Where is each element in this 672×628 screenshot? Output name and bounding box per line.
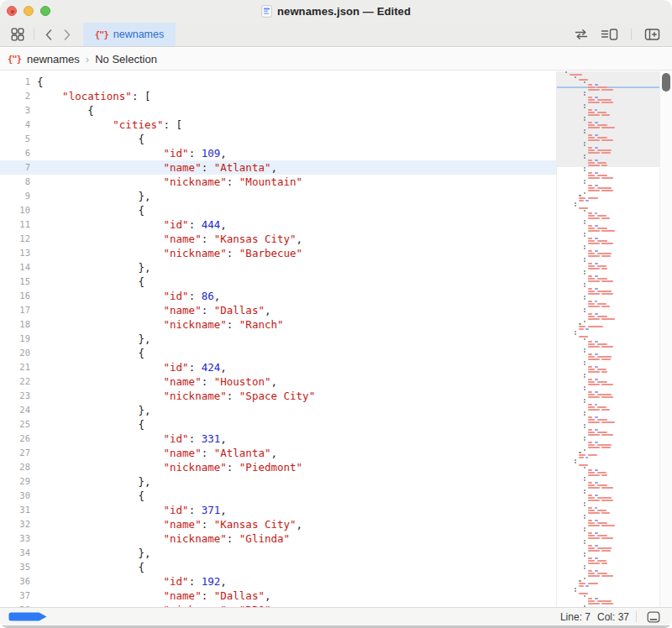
code-line[interactable]: 6 "id": 109,	[0, 146, 556, 160]
code-line[interactable]: 23 "nickname": "Space City"	[0, 389, 556, 403]
line-number[interactable]: 32	[0, 517, 30, 531]
minimap[interactable]	[556, 71, 659, 607]
line-number[interactable]: 1	[0, 75, 30, 89]
line-number[interactable]: 35	[0, 560, 30, 574]
line-number[interactable]: 6	[0, 146, 30, 160]
code-line[interactable]: 28 "nickname": "Piedmont"	[0, 460, 556, 474]
line-number[interactable]: 33	[0, 531, 30, 546]
line-number[interactable]: 7	[0, 160, 30, 175]
window-titlebar[interactable]: newnames.json — Edited	[0, 0, 672, 23]
minimap-mark	[588, 316, 595, 317]
code-line[interactable]: 10 {	[0, 203, 556, 217]
code-line[interactable]: 32 "name": "Kansas City",	[0, 517, 556, 531]
code-line[interactable]: 7 "name": "Atlanta",	[0, 160, 556, 175]
line-number[interactable]: 17	[0, 303, 30, 317]
line-number[interactable]: 13	[0, 246, 30, 260]
adjust-editor-options-icon[interactable]	[597, 26, 622, 43]
breakpoint-icon[interactable]	[8, 612, 48, 621]
line-number[interactable]: 24	[0, 403, 30, 417]
forward-icon[interactable]	[59, 27, 76, 43]
code-line[interactable]: 5 {	[0, 132, 556, 146]
line-number[interactable]: 20	[0, 346, 30, 360]
tab-newnames[interactable]: {"} newnames	[83, 23, 176, 46]
line-number[interactable]: 19	[0, 332, 30, 346]
line-number[interactable]: 23	[0, 389, 30, 403]
minimap-mark	[597, 484, 607, 486]
line-number[interactable]: 22	[0, 374, 30, 389]
code-line[interactable]: 14 },	[0, 260, 556, 275]
code-line[interactable]: 37 "name": "Dallas",	[0, 589, 556, 603]
line-number[interactable]: 9	[0, 189, 30, 203]
line-number[interactable]: 34	[0, 546, 30, 560]
code-text: "id": 109,	[30, 146, 227, 160]
line-number[interactable]: 25	[0, 417, 30, 432]
code-line[interactable]: 18 "nickname": "Ranch"	[0, 317, 556, 332]
line-number[interactable]: 29	[0, 474, 30, 489]
line-number[interactable]: 28	[0, 460, 30, 474]
line-number[interactable]: 21	[0, 360, 30, 374]
line-number[interactable]: 8	[0, 175, 30, 189]
code-line[interactable]: 1{	[0, 75, 556, 89]
code-line[interactable]: 24 },	[0, 403, 556, 417]
line-number[interactable]: 12	[0, 232, 30, 246]
code-line[interactable]: 25 {	[0, 417, 556, 432]
line-number[interactable]: 36	[0, 574, 30, 589]
line-number[interactable]: 14	[0, 260, 30, 275]
scrollbar-thumb[interactable]	[662, 73, 670, 92]
minimap-mark	[579, 197, 585, 199]
code-line[interactable]: 3 {	[0, 103, 556, 118]
line-number[interactable]: 5	[0, 132, 30, 146]
back-icon[interactable]	[40, 27, 57, 43]
line-number[interactable]: 11	[0, 217, 30, 232]
code-line[interactable]: 19 },	[0, 332, 556, 346]
code-line[interactable]: 9 },	[0, 189, 556, 203]
code-line[interactable]: 15 {	[0, 275, 556, 289]
line-number[interactable]: 16	[0, 289, 30, 303]
line-number[interactable]: 37	[0, 589, 30, 603]
line-number[interactable]: 30	[0, 489, 30, 503]
line-col-indicator[interactable]: Line: 7 Col: 37	[560, 611, 629, 623]
line-number[interactable]: 3	[0, 103, 30, 118]
breadcrumb-selection[interactable]: No Selection	[95, 53, 157, 65]
line-number[interactable]: 4	[0, 118, 30, 132]
document-icon[interactable]	[261, 5, 272, 18]
code-review-icon[interactable]	[570, 27, 592, 42]
code-line[interactable]: 34 },	[0, 546, 556, 560]
code-line[interactable]: 22 "name": "Houston",	[0, 374, 556, 389]
line-number[interactable]: 27	[0, 446, 30, 460]
code-line[interactable]: 13 "nickname": "Barbecue"	[0, 246, 556, 260]
minimap-mark	[575, 202, 576, 204]
line-number[interactable]: 10	[0, 203, 30, 217]
minimap-mark	[588, 497, 595, 499]
code-line[interactable]: 11 "id": 444,	[0, 217, 556, 232]
add-editor-icon[interactable]	[641, 26, 664, 43]
hide-bottom-bar-icon[interactable]	[643, 610, 664, 625]
code-line[interactable]: 31 "id": 371,	[0, 503, 556, 517]
code-line[interactable]: 35 {	[0, 560, 556, 574]
code-line[interactable]: 29 },	[0, 474, 556, 489]
line-number[interactable]: 31	[0, 503, 30, 517]
vertical-scrollbar[interactable]	[659, 71, 672, 607]
code-line[interactable]: 33 "nickname": "Glinda"	[0, 531, 556, 546]
editor-grid-icon[interactable]	[8, 26, 28, 43]
code-line[interactable]: 8 "nickname": "Mountain"	[0, 175, 556, 189]
code-line[interactable]: 4 "cities": [	[0, 118, 556, 132]
breadcrumb-file[interactable]: newnames	[27, 53, 80, 65]
code-line[interactable]: 36 "id": 192,	[0, 574, 556, 589]
line-number[interactable]: 18	[0, 317, 30, 332]
code-line[interactable]: 20 {	[0, 346, 556, 360]
code-line[interactable]: 21 "id": 424,	[0, 360, 556, 374]
line-number[interactable]: 15	[0, 275, 30, 289]
code-line[interactable]: 17 "name": "Dallas",	[0, 303, 556, 317]
line-number[interactable]: 26	[0, 432, 30, 446]
code-line[interactable]: 27 "name": "Atlanta",	[0, 446, 556, 460]
code-line[interactable]: 16 "id": 86,	[0, 289, 556, 303]
line-number[interactable]: 2	[0, 89, 30, 103]
code-text: },	[30, 474, 150, 489]
minimap-mark	[588, 114, 600, 116]
code-view[interactable]: 1{2 "locations": [3 {4 "cities": [5 {6 "…	[0, 71, 556, 607]
code-line[interactable]: 30 {	[0, 489, 556, 503]
code-line[interactable]: 2 "locations": [	[0, 89, 556, 103]
code-line[interactable]: 26 "id": 331,	[0, 432, 556, 446]
code-line[interactable]: 12 "name": "Kansas City",	[0, 232, 556, 246]
